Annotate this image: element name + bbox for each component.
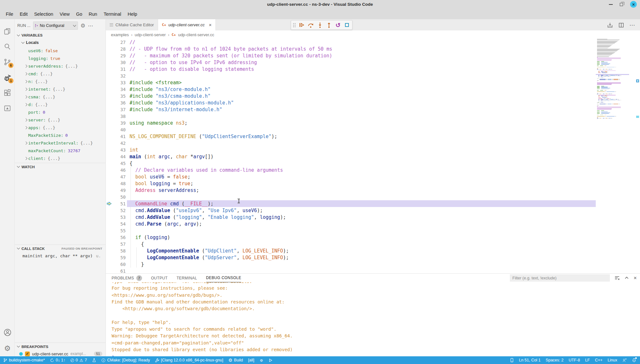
code-line-33[interactable]: 33#include <fstream> [106,79,596,86]
code-line-29[interactable]: 29// - maximum of 320 packets sent (or l… [106,52,596,59]
account-button[interactable] [0,325,15,340]
language-mode[interactable]: C++ [595,358,602,362]
sidebar-item-explorer[interactable] [0,24,15,39]
encoding-status[interactable]: UTF-8 [568,358,580,362]
drag-handle-icon[interactable] [293,23,296,27]
code-line-53[interactable]: 53 cmd.AddValue ("logging", "Enable logg… [106,214,596,220]
restore-icon[interactable] [620,3,623,6]
restart-button[interactable]: ↺ [335,21,341,29]
breadcrumb-item[interactable]: examples [111,32,129,37]
step-into-button[interactable] [317,21,323,29]
variable-MaxPacketSize[interactable]: MaxPacketSize:0 [15,131,105,139]
build-button[interactable]: ⚙ Build [228,358,243,362]
code-line-45[interactable]: 45{ [106,160,596,167]
call-stack-section-header[interactable]: CALL STACK PAUSED ON BREAKPOINT [15,244,105,252]
code-line-35[interactable]: 35#include "ns3/csma-module.h" [106,93,596,99]
minimap[interactable] [596,39,629,273]
menu-file[interactable]: File [3,10,16,18]
code-line-52[interactable]: 52 cmd.AddValue ("useIpv6", "Use Ipv6", … [106,207,596,214]
menu-view[interactable]: View [56,10,73,18]
problems-status[interactable]: 0 ⚠ 7 [71,358,87,362]
os-indicator[interactable]: Linux [608,358,617,362]
clear-console-icon[interactable] [614,275,620,281]
notifications-button[interactable] [632,358,636,362]
code-line-50[interactable]: 50 [106,194,596,200]
code-line-55[interactable]: 55 [106,227,596,234]
code-line-30[interactable]: 30// - option to use IPv4 or IPv6 addres… [106,59,596,66]
breakpoint-checkbox[interactable]: ✓ [25,352,30,356]
code-line-27[interactable]: 27// [106,39,596,46]
variable-internet[interactable]: internet:{...} [15,85,105,93]
code-line-47[interactable]: 47 bool useV6 = false; [106,173,596,180]
cmake-status[interactable]: CMake: [Debug]: Ready [101,358,150,362]
minimize-icon[interactable] [609,4,613,5]
remote-indicator[interactable] [510,358,514,362]
variable-server[interactable]: server:{...} [15,116,105,124]
maximize-panel-icon[interactable] [624,276,629,280]
menu-run[interactable]: Run [86,10,101,18]
launch-target-button[interactable] [269,358,273,362]
menu-selection[interactable]: Selection [31,10,56,18]
more-actions-icon[interactable]: ⋯ [88,23,93,29]
debug-settings-gear-icon[interactable]: ⚙ [80,23,85,29]
tab-debug-console[interactable]: DEBUG CONSOLE [206,274,241,282]
eol-status[interactable]: LF [585,358,590,362]
variable-logging[interactable]: logging:true [15,54,105,62]
variable-serverAddress[interactable]: serverAddress:{...} [15,62,105,70]
feedback-button[interactable] [622,358,627,362]
code-line-34[interactable]: 34#include "ns3/core-module.h" [106,86,596,93]
variable-d[interactable]: d:{...} [15,101,105,108]
console-filter-input[interactable] [510,274,610,282]
ctest-button[interactable] [92,358,96,362]
run-file-icon[interactable] [607,22,613,28]
code-line-42[interactable]: 42 [106,140,596,146]
tab-terminal[interactable]: TERMINAL [177,274,197,282]
git-branch-status[interactable]: buildsystem-cmake* [3,358,45,362]
variable-useV6[interactable]: useV6:false [15,47,105,54]
close-tab-icon[interactable]: × [209,22,212,28]
code-line-44[interactable]: 44main (int argc, char *argv[]) [106,153,596,160]
code-line-32[interactable]: 32 [106,72,596,79]
code-line-61[interactable]: 61 [106,268,596,273]
variable-n[interactable]: n:{...} [15,78,105,85]
locals-scope[interactable]: Locals [15,39,105,46]
code-line-48[interactable]: 48 bool logging = true; [106,180,596,187]
cursor-position[interactable]: Ln 51, Col 1 [519,358,540,362]
tab-problems[interactable]: PROBLEMS 7 [112,274,142,282]
menu-terminal[interactable]: Terminal [100,10,124,18]
settings-button[interactable]: ⚙ [0,341,15,356]
code-line-38[interactable]: 38 [106,113,596,120]
debug-configuration-dropdown[interactable]: No Configural [33,21,78,30]
editor-scrollbar[interactable] [629,39,640,273]
split-editor-icon[interactable] [618,22,624,28]
debug-target-button[interactable] [259,358,264,362]
step-out-button[interactable] [326,21,332,29]
watch-section-header[interactable]: WATCH [15,163,105,170]
sidebar-item-source-control[interactable]: 6 [0,54,15,70]
code-line-54[interactable]: 54 cmd.Parse (argc, argv); [106,220,596,227]
tab-udp-client-server[interactable]: C+ udp-client-server.cc × [158,19,216,30]
code-line-59[interactable]: 59 LogComponentEnable ("UdpServer", LOG_… [106,254,596,261]
menu-go[interactable]: Go [73,10,85,18]
continue-button[interactable] [299,21,305,29]
code-line-28[interactable]: 28// - UDP flow from n0 to n1 of 1024 by… [106,46,596,52]
variable-cmd[interactable]: cmd:{...} [15,70,105,78]
breakpoints-section-header[interactable]: BREAKPOINTS [15,343,105,350]
sidebar-item-extensions[interactable] [0,85,15,101]
variable-client[interactable]: client:{...} [15,154,105,162]
code-line-39[interactable]: 39using namespace ns3; [106,120,596,126]
code-line-41[interactable]: 41NS_LOG_COMPONENT_DEFINE ("UdpClientSer… [106,133,596,140]
sidebar-item-search[interactable] [0,39,15,54]
code-line-46[interactable]: 46 // Declare variables used in command-… [106,167,596,173]
variable-csma[interactable]: csma:{...} [15,93,105,101]
menu-edit[interactable]: Edit [16,10,31,18]
call-stack-frame[interactable]: main(int argc, char ** argv) u. [15,252,105,259]
sidebar-item-run-debug[interactable]: 1 [0,70,15,85]
tab-cmake-cache-editor[interactable]: CMake Cache Editor [106,19,158,30]
menu-help[interactable]: Help [124,10,140,18]
variable-apps[interactable]: apps:{...} [15,124,105,131]
code-line-31[interactable]: 31// - option to disable logging stateme… [106,66,596,72]
variable-maxPacketCount[interactable]: maxPacketCount:32767 [15,147,105,154]
code-line-37[interactable]: 37#include "ns3/internet-module.h" [106,106,596,113]
code-line-36[interactable]: 36#include "ns3/applications-module.h" [106,99,596,106]
